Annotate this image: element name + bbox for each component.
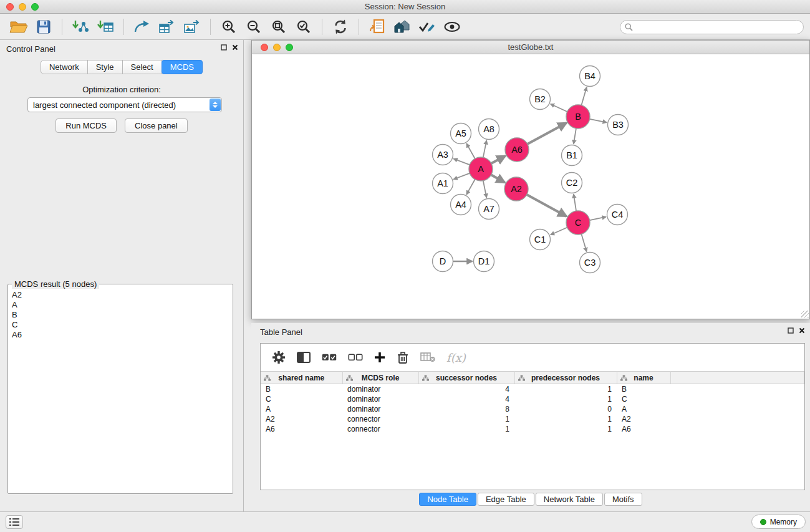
table-cell[interactable]: A [617, 404, 670, 414]
tab-edge-table[interactable]: Edge Table [478, 493, 534, 506]
table-row[interactable]: A6connector11A6 [261, 424, 804, 434]
graph-edge-B-B1[interactable] [574, 128, 576, 144]
mcds-result-item[interactable]: A2 [12, 290, 233, 300]
graph-node-B2[interactable]: B2 [530, 89, 551, 110]
close-network-window-button[interactable] [261, 44, 268, 51]
tab-node-table[interactable]: Node Table [419, 493, 476, 506]
create-column-button[interactable] [374, 352, 385, 363]
graph-node-B4[interactable]: B4 [580, 66, 600, 87]
table-cell[interactable]: dominator [342, 384, 418, 394]
table-cell[interactable]: A6 [261, 424, 342, 434]
refresh-button[interactable] [328, 16, 353, 37]
close-panel-button[interactable]: Close panel [125, 118, 188, 133]
graph-node-A4[interactable]: A4 [451, 195, 471, 215]
graph-edge-A-A6[interactable] [491, 156, 506, 164]
network-from-clipboard-button[interactable] [365, 16, 390, 37]
export-network-button[interactable] [130, 16, 155, 37]
function-builder-button[interactable]: f(x) [446, 351, 466, 364]
column-header-name[interactable]: name [617, 372, 670, 384]
network-canvas[interactable]: AA6A2BCA1A3A4A5A7A8B1B2B3B4C1C2C3C4DD1 [252, 55, 809, 319]
table-cell[interactable]: B [261, 384, 342, 394]
graph-node-A5[interactable]: A5 [451, 123, 471, 144]
graph-edge-A6-B[interactable] [527, 123, 567, 144]
column-header-shared-name[interactable]: shared name [261, 372, 342, 384]
export-table-button[interactable] [155, 16, 180, 37]
graph-edge-A-A7[interactable] [483, 180, 487, 198]
table-cell[interactable]: A6 [617, 424, 670, 434]
task-history-button[interactable] [6, 515, 23, 529]
graph-node-A2[interactable]: A2 [504, 177, 528, 201]
mcds-result-item[interactable]: B [12, 310, 233, 320]
tab-motifs[interactable]: Motifs [604, 493, 642, 506]
zoom-selected-button[interactable] [291, 16, 316, 37]
table-cell[interactable]: 8 [418, 404, 514, 414]
select-all-columns-button[interactable] [322, 354, 337, 361]
zoom-network-window-button[interactable] [286, 44, 293, 51]
mcds-result-item[interactable]: A6 [12, 330, 233, 340]
table-row[interactable]: Adominator80A [261, 404, 804, 414]
graph-node-A1[interactable]: A1 [433, 173, 453, 194]
table-cell[interactable]: 1 [418, 424, 514, 434]
graph-node-A[interactable]: A [469, 157, 493, 181]
tab-select[interactable]: Select [122, 60, 162, 74]
float-panel-icon[interactable] [221, 44, 227, 51]
export-image-button[interactable] [180, 16, 205, 37]
save-session-button[interactable] [31, 16, 56, 37]
graph-edge-B-B4[interactable] [581, 87, 587, 106]
zoom-in-button[interactable] [216, 16, 241, 37]
graph-node-C[interactable]: C [566, 211, 590, 235]
graph-edge-C-C4[interactable] [589, 217, 606, 221]
table-cell[interactable]: C [261, 394, 342, 404]
table-cell[interactable]: connector [342, 424, 418, 434]
mcds-result-item[interactable]: A [12, 300, 233, 310]
close-panel-icon[interactable] [232, 44, 238, 51]
table-cell[interactable]: A2 [261, 414, 342, 424]
import-table-button[interactable] [93, 16, 118, 37]
window-resize-handle[interactable] [801, 311, 809, 318]
zoom-fit-button[interactable] [266, 16, 291, 37]
table-cell[interactable]: 0 [514, 404, 617, 414]
table-cell[interactable]: B [617, 384, 670, 394]
tab-style[interactable]: Style [87, 60, 123, 74]
table-row[interactable]: Cdominator41C [261, 394, 804, 404]
table-cell[interactable]: A2 [617, 414, 670, 424]
table-cell[interactable]: A [261, 404, 342, 414]
table-cell[interactable]: 1 [514, 414, 617, 424]
table-cell[interactable]: C [617, 394, 670, 404]
graph-node-B1[interactable]: B1 [562, 145, 582, 166]
graph-node-A7[interactable]: A7 [479, 199, 499, 220]
table-cell[interactable]: 1 [514, 394, 617, 404]
graph-edge-A2-C[interactable] [526, 195, 567, 216]
delete-table-button[interactable] [420, 352, 435, 362]
graph-node-A3[interactable]: A3 [433, 145, 453, 165]
column-header-mcds-role[interactable]: MCDS role [342, 372, 418, 384]
graph-node-C2[interactable]: C2 [562, 173, 582, 193]
table-cell[interactable]: 1 [514, 424, 617, 434]
graph-node-C1[interactable]: C1 [530, 230, 551, 250]
graph-node-D1[interactable]: D1 [474, 251, 494, 272]
graph-edge-C-C3[interactable] [581, 233, 587, 251]
tab-network[interactable]: Network [41, 60, 88, 74]
graph-node-A6[interactable]: A6 [505, 138, 529, 162]
delete-column-button[interactable] [397, 351, 409, 364]
search-input[interactable] [620, 20, 804, 34]
graph-edge-A-A5[interactable] [466, 143, 475, 159]
table-cell[interactable]: 4 [418, 384, 514, 394]
run-mcds-button[interactable]: Run MCDS [55, 118, 117, 133]
graph-edge-A-A2[interactable] [491, 175, 505, 183]
graph-edge-B-B2[interactable] [551, 104, 568, 112]
zoom-window-button[interactable] [31, 3, 39, 11]
show-hide-button[interactable] [440, 16, 465, 37]
graph-node-C4[interactable]: C4 [607, 205, 628, 225]
table-cell[interactable]: connector [342, 414, 418, 424]
table-cell[interactable]: dominator [342, 404, 418, 414]
close-window-button[interactable] [6, 3, 14, 11]
table-row[interactable]: Bdominator41B [261, 384, 804, 394]
tab-network-table[interactable]: Network Table [536, 493, 603, 506]
table-settings-button[interactable] [272, 351, 286, 364]
annotation-check-button[interactable] [415, 16, 440, 37]
graph-edge-C-C1[interactable] [551, 227, 568, 235]
zoom-out-button[interactable] [241, 16, 266, 37]
tab-mcds[interactable]: MCDS [162, 60, 203, 74]
mcds-result-item[interactable]: C [12, 320, 233, 330]
